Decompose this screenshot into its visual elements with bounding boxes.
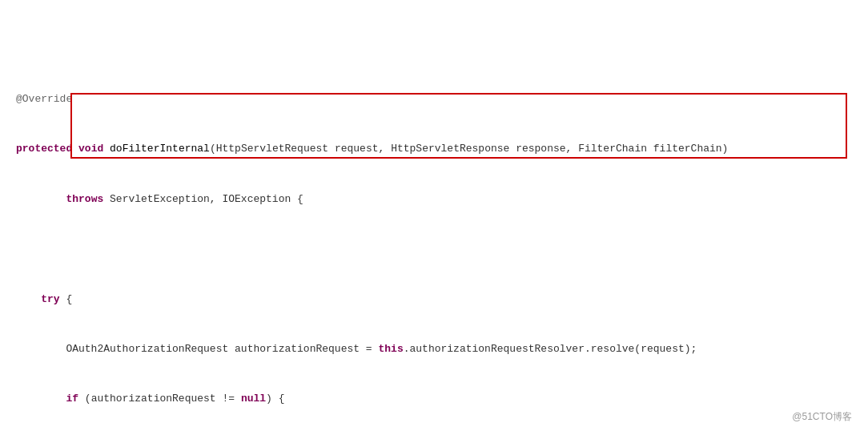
code-editor: @Override protected void doFilterInterna… [0, 0, 868, 431]
code-line-3: throws ServletException, IOException { [16, 191, 852, 208]
watermark: @51CTO博客 [792, 409, 852, 425]
code-line-5: try { [16, 292, 852, 308]
code-line-7: if (authorizationRequest != null) { [16, 391, 852, 408]
code-line-4 [16, 241, 852, 258]
code-line-6: OAuth2AuthorizationRequest authorization… [16, 341, 852, 358]
code-line-1: @Override [16, 91, 852, 108]
code-line-2: protected void doFilterInternal(HttpServ… [16, 141, 852, 158]
